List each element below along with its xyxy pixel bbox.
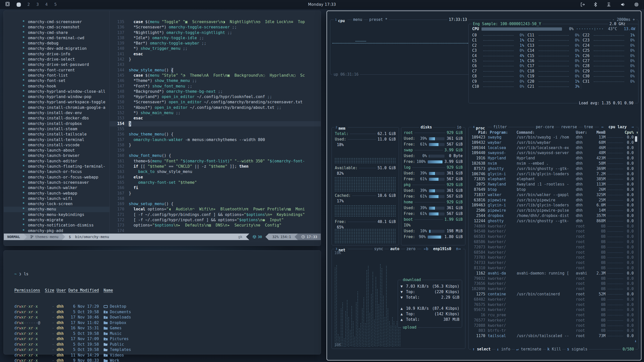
file-item[interactable]: *omarchy-cmd-terminal-cwd <box>4 35 109 41</box>
file-item[interactable]: *omarchy-hyprland-workspace-toggle <box>4 100 109 105</box>
file-item[interactable]: *omarchy-font-current <box>4 68 109 73</box>
tab-proc[interactable]: 4proc <box>472 125 488 131</box>
proc-per-core[interactable]: per-core <box>535 125 555 129</box>
process-row[interactable]: 94540kworker/ root0B0.0 <box>469 229 638 234</box>
tab-disks[interactable]: disks <box>419 125 433 130</box>
file-item[interactable]: *omarchy-hyprland-window-close-all <box>4 89 109 94</box>
process-row[interactable]: 1162avahi-da avahi-daemon: running [avah… <box>469 271 638 276</box>
file-item[interactable]: *omarchy-drive-info <box>4 52 109 57</box>
file-item[interactable]: *omarchy-lock-screen <box>4 201 109 207</box>
proc-action-signals[interactable]: s signals <box>566 347 589 352</box>
proc-sort[interactable]: ← cpu lazy → <box>599 125 636 129</box>
volume-icon[interactable] <box>620 2 625 7</box>
tab-preset[interactable]: preset * <box>368 17 389 23</box>
proc-reverse[interactable]: reverse <box>560 125 578 129</box>
proc-scrollbar[interactable] <box>635 136 637 142</box>
process-row[interactable]: 109440swayosd- /usr/bin/swayosd-serverdh… <box>469 150 638 156</box>
process-row[interactable]: 109432waybar /usr/bin/waybardhh68M0.0 <box>469 140 638 145</box>
tab-sync[interactable]: sync <box>373 247 384 251</box>
process-row[interactable]: 95673kworker/ root0B0.0 <box>469 307 638 312</box>
process-row[interactable]: 87573ghostty /usr/bin/ghostty --gtk-dhh3… <box>469 166 638 171</box>
file-item[interactable]: *omarchy-install-tailscale <box>4 132 109 137</box>
process-row[interactable]: 74733kworker/ root0B0.0 <box>469 260 638 265</box>
command-line[interactable] <box>4 240 321 246</box>
bluetooth-icon[interactable] <box>594 2 597 7</box>
process-row[interactable]: 71835elephant elephantdhh385M0.0 <box>469 176 638 182</box>
file-item[interactable]: *omarchy-font-list <box>4 73 109 78</box>
tab-zero[interactable]: zero <box>405 247 417 251</box>
file-item[interactable]: *omarchy-debug <box>4 41 109 46</box>
tab-io[interactable]: io <box>456 125 463 130</box>
file-item[interactable]: *omarchy-notification-dismiss <box>4 223 109 228</box>
process-row[interactable]: 87649btop btopdhh26M0.0 <box>469 187 638 192</box>
file-item[interactable]: *omarchy-install-vscode <box>4 143 109 148</box>
process-row[interactable]: 68586kworker/ root0B0.0 <box>469 239 638 245</box>
process-row[interactable]: 1916Hyprland Hyprlanddhh423M0.0 <box>469 156 638 161</box>
process-row[interactable]: 73703kworker/ root0B0.0 <box>469 255 638 260</box>
file-item[interactable]: *omarchy-menu <box>4 207 109 212</box>
process-row[interactable]: 66583kworker/ root0B0.0 <box>469 234 638 239</box>
file-item[interactable]: *omarchy-install-terminal <box>4 137 109 143</box>
proc-action-select[interactable]: ↑ select <box>471 347 492 352</box>
tab-auto[interactable]: auto <box>389 247 400 251</box>
file-item[interactable]: *omarchy-launch-or-focus <box>4 169 109 174</box>
file-item[interactable]: *omarchy-hook <box>4 84 109 89</box>
file-item[interactable]: *omarchy-launch-walker <box>4 185 109 191</box>
proc-action-terminate[interactable]: ↵ terminate <box>515 347 542 352</box>
file-item[interactable]: *omarchy-install-dev-env <box>4 110 109 116</box>
process-row[interactable]: 2075Xwayland Xwayland :1 -rootless -dhh1… <box>469 182 638 187</box>
process-row[interactable]: 68584kworker/ root0B0.0 <box>469 250 638 255</box>
process-row[interactable]: 16rcu_pree root0B0.0 <box>469 312 638 318</box>
process-row[interactable]: 109423swaybg /usr/bin/swaybg -i /homdhh1… <box>469 135 638 140</box>
file-item[interactable]: *omarchy-launch-webapp <box>4 191 109 196</box>
file-item[interactable]: *omarchy-launch-floating-terminal- <box>4 164 109 169</box>
process-row[interactable]: 68402kworker/ root0B0.0 <box>469 297 638 302</box>
process-row[interactable]: 76577kworker/ root0B0.0 <box>469 318 638 323</box>
process-row[interactable]: 72088kworker/ root0B0.0 <box>469 323 638 328</box>
proc-tree[interactable]: tree <box>583 125 594 129</box>
process-row[interactable]: 81310kworker/ root0B0.0 <box>469 265 638 271</box>
file-item[interactable]: *omarchy-launch-browser <box>4 153 109 158</box>
process-row[interactable]: 1170tailscal /usr/sbin/tailscaled --root… <box>469 333 638 339</box>
process-row[interactable]: 73656kworker/ root0B0.0 <box>469 281 638 286</box>
file-item[interactable]: *omarchy-install-chromium-google-a <box>4 105 109 110</box>
file-item[interactable]: *omarchy-install-docker-dbs <box>4 116 109 121</box>
proc-action-kill[interactable]: k Kill <box>546 347 562 352</box>
process-row[interactable]: 102638nvim nvim --embed .dhh58M0.0 <box>469 161 638 166</box>
file-item[interactable]: *omarchy-launch-wifi <box>4 196 109 201</box>
file-item[interactable]: *omarchy-font-set <box>4 78 109 83</box>
tab-menu[interactable]: menu <box>352 17 364 23</box>
file-item[interactable]: *omarchy-drive-select <box>4 57 109 62</box>
process-row[interactable]: 106746glycin-i /usr/lib/glycin-loadersdh… <box>469 171 638 177</box>
file-item[interactable]: *omarchy-hyprland-window-pop <box>4 94 109 100</box>
process-row[interactable]: 803btrfs-tr root0B0.0 <box>469 328 638 333</box>
process-row[interactable]: 76575kworker/ root0B0.0 <box>469 302 638 307</box>
file-item[interactable]: *omarchy-launch-or-focus-webapp <box>4 175 109 180</box>
process-row[interactable]: 1275containe /usr/bin/containerdroot52M0… <box>469 292 638 297</box>
process-row[interactable]: 12244ghostty /usr/bin/ghostty --gtk-dhh8… <box>469 218 638 224</box>
proc-filter[interactable]: filter <box>492 125 508 131</box>
file-item[interactable]: *omarchy-launch-screensaver <box>4 180 109 185</box>
file-item[interactable]: *omarchy-menu-keybindings <box>4 212 109 217</box>
file-item[interactable]: *omarchy-launch-editor <box>4 159 109 164</box>
process-row[interactable]: 109463glycin-i /usr/lib/glycin-loadersdh… <box>469 203 638 208</box>
interface-switcher[interactable]: ←b enp191s0 n→ <box>421 247 463 251</box>
process-row[interactable]: 72073kworker/ root0B0.0 <box>469 245 638 250</box>
file-item[interactable]: *omarchy-install-steam <box>4 126 109 132</box>
file-item[interactable]: *omarchy-launch-about <box>4 148 109 153</box>
file-item[interactable]: *omarchy-pkg-add <box>4 228 109 234</box>
process-row[interactable]: 74869kworker/ root0B0.0 <box>469 224 638 229</box>
file-item[interactable]: *omarchy-migrate <box>4 217 109 223</box>
file-item[interactable]: *omarchy-cmd-screenshot <box>4 25 109 30</box>
process-row[interactable]: 71837walker /usr/bin/walker --gappldhh32… <box>469 192 638 198</box>
process-row[interactable]: 63816pipewire /usr/bin/pipewiredhh25M0.0 <box>469 198 638 203</box>
process-row[interactable]: 2506pipewire /usr/bin/pipewire-pulsedhh1… <box>469 208 638 213</box>
tab-cpu[interactable]: 1cpu <box>334 17 347 23</box>
file-item[interactable]: *omarchy-install-dropbox <box>4 121 109 126</box>
logout-icon[interactable] <box>580 2 585 7</box>
process-row[interactable]: 102099kworker/ root0B0.0 <box>469 286 638 292</box>
process-row[interactable]: 109344localsea /usr/lib/localsearch-exdh… <box>469 145 638 151</box>
file-item[interactable]: *omarchy-drive-set-password <box>4 62 109 67</box>
file-item[interactable]: *omarchy-cmd-share <box>4 30 109 35</box>
tab-mem[interactable]: 2mem <box>334 125 348 131</box>
